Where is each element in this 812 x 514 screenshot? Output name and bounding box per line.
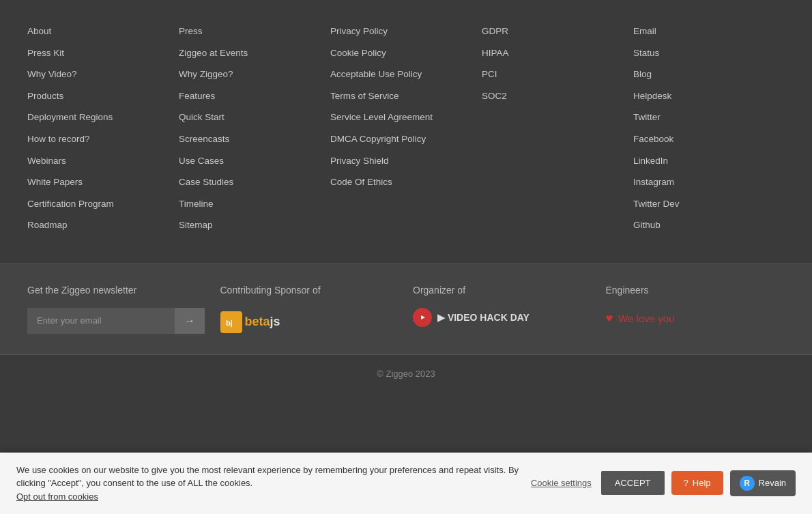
footer-link-cookie-policy[interactable]: Cookie Policy <box>330 42 475 64</box>
footer-link-blog[interactable]: Blog <box>633 63 778 85</box>
heart-icon: ♥ <box>606 311 613 326</box>
betajs-icon: bj <box>220 311 242 333</box>
footer-link-instagram[interactable]: Instagram <box>633 171 778 193</box>
footer-link-soc2[interactable]: SOC2 <box>482 85 626 107</box>
footer-link-quick-start[interactable]: Quick Start <box>179 106 323 128</box>
footer-link-hipaa[interactable]: HIPAA <box>482 42 626 64</box>
footer-link-helpdesk[interactable]: Helpdesk <box>633 85 778 107</box>
footer-link-terms-of-service[interactable]: Terms of Service <box>330 85 475 107</box>
footer-bottom: Get the Ziggeo newsletter → Contributing… <box>0 264 812 354</box>
organizer-section: Organizer of ▶ VIDEO HACK DAY <box>413 285 592 327</box>
footer-link-about[interactable]: About <box>27 20 172 42</box>
footer-col-company: About Press Kit Why Video? Products Depl… <box>27 20 179 236</box>
newsletter-form: → <box>27 308 205 334</box>
footer-link-how-to-record[interactable]: How to record? <box>27 128 172 150</box>
footer-link-deployment[interactable]: Deployment Regions <box>27 106 172 128</box>
newsletter-section: Get the Ziggeo newsletter → <box>27 285 207 334</box>
sponsor-heading: Contributing Sponsor of <box>220 285 321 296</box>
videohackday-logo[interactable]: ▶ VIDEO HACK DAY <box>413 308 530 327</box>
newsletter-submit-button[interactable]: → <box>175 308 205 334</box>
engineers-tagline: We love you <box>618 313 674 324</box>
footer-col-social: Email Status Blog Helpdesk Twitter Faceb… <box>633 20 785 236</box>
organizer-heading: Organizer of <box>413 285 465 296</box>
videohackday-text: ▶ VIDEO HACK DAY <box>437 312 530 323</box>
footer-link-screencasts[interactable]: Screencasts <box>179 128 323 150</box>
video-icon-svg <box>418 313 427 322</box>
betajs-text: betajs <box>245 315 280 329</box>
footer-link-ziggeo-events[interactable]: Ziggeo at Events <box>179 42 323 64</box>
footer-link-certification[interactable]: Certification Program <box>27 193 172 215</box>
footer-col-press: Press Ziggeo at Events Why Ziggeo? Featu… <box>179 20 330 236</box>
engineers-heading: Engineers <box>606 285 649 296</box>
footer-bottom-grid: Get the Ziggeo newsletter → Contributing… <box>27 285 785 334</box>
footer-link-twitter-dev[interactable]: Twitter Dev <box>633 193 778 215</box>
video-camera-icon <box>413 308 432 327</box>
footer-link-email[interactable]: Email <box>633 20 778 42</box>
footer-link-linkedin[interactable]: LinkedIn <box>633 150 778 172</box>
footer-link-acceptable-use[interactable]: Acceptable Use Policy <box>330 63 475 85</box>
footer-link-features[interactable]: Features <box>179 85 323 107</box>
footer-col-compliance: GDPR HIPAA PCI SOC2 <box>482 20 633 236</box>
footer-link-use-cases[interactable]: Use Cases <box>179 150 323 172</box>
footer-link-github[interactable]: Github <box>633 214 778 236</box>
footer-link-why-ziggeo[interactable]: Why Ziggeo? <box>179 63 323 85</box>
newsletter-heading: Get the Ziggeo newsletter <box>27 285 136 296</box>
footer-link-roadmap[interactable]: Roadmap <box>27 214 172 236</box>
footer-link-privacy-policy[interactable]: Privacy Policy <box>330 20 475 42</box>
footer-link-sitemap[interactable]: Sitemap <box>179 214 323 236</box>
footer-link-case-studies[interactable]: Case Studies <box>179 171 323 193</box>
footer-col-legal: Privacy Policy Cookie Policy Acceptable … <box>330 20 482 236</box>
newsletter-input[interactable] <box>27 308 175 334</box>
footer-link-dmca[interactable]: DMCA Copyright Policy <box>330 128 475 150</box>
footer-link-sla[interactable]: Service Level Agreement <box>330 106 475 128</box>
footer-link-privacy-shield[interactable]: Privacy Shield <box>330 150 475 172</box>
footer-columns: About Press Kit Why Video? Products Depl… <box>27 20 785 236</box>
we-love-you: ♥ We love you <box>606 311 675 326</box>
footer-link-facebook[interactable]: Facebook <box>633 128 778 150</box>
engineers-section: Engineers ♥ We love you <box>606 285 785 326</box>
svg-text:bj: bj <box>226 319 233 327</box>
footer-link-webinars[interactable]: Webinars <box>27 150 172 172</box>
copyright-text: © Ziggeo 2023 <box>377 369 435 379</box>
copyright-bar: © Ziggeo 2023 <box>0 354 812 392</box>
footer-link-timeline[interactable]: Timeline <box>179 193 323 215</box>
footer-link-products[interactable]: Products <box>27 85 172 107</box>
footer-link-press-kit[interactable]: Press Kit <box>27 42 172 64</box>
footer-link-pci[interactable]: PCI <box>482 63 626 85</box>
footer-link-press[interactable]: Press <box>179 20 323 42</box>
betajs-icon-svg: bj <box>224 315 239 330</box>
footer-link-twitter[interactable]: Twitter <box>633 106 778 128</box>
footer-nav: About Press Kit Why Video? Products Depl… <box>0 0 812 263</box>
footer-link-white-papers[interactable]: White Papers <box>27 171 172 193</box>
footer-link-code-of-ethics[interactable]: Code Of Ethics <box>330 171 475 193</box>
sponsor-section: Contributing Sponsor of bj betajs <box>220 285 400 333</box>
footer-link-why-video[interactable]: Why Video? <box>27 63 172 85</box>
footer-link-status[interactable]: Status <box>633 42 778 64</box>
footer-link-gdpr[interactable]: GDPR <box>482 20 626 42</box>
betajs-logo[interactable]: bj betajs <box>220 311 280 333</box>
